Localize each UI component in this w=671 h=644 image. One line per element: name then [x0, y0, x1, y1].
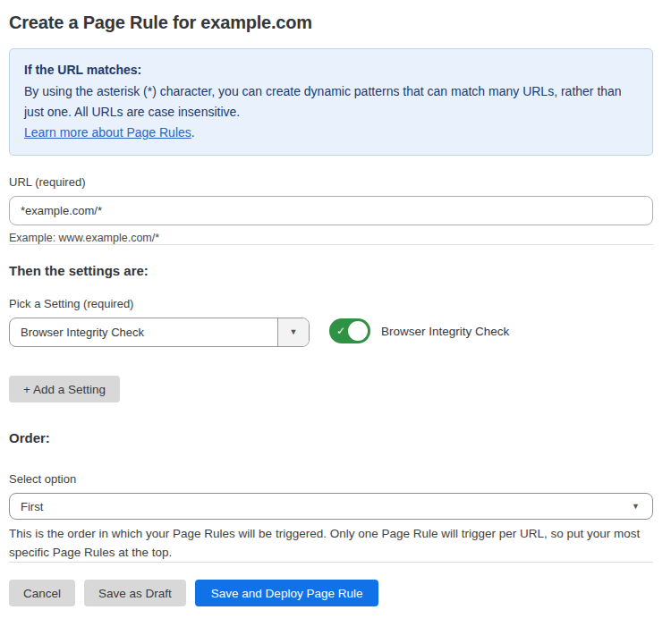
setting-dropdown-value: Browser Integrity Check: [10, 318, 277, 346]
settings-section-heading: Then the settings are:: [9, 263, 653, 278]
chevron-down-icon: ▼: [290, 328, 298, 336]
url-example-hint: Example: www.example.com/*: [9, 232, 653, 244]
toggle-label: Browser Integrity Check: [381, 325, 509, 338]
divider: [9, 562, 653, 563]
url-matches-info-box: If the URL matches: By using the asteris…: [9, 48, 653, 156]
info-box-link-line: Learn more about Page Rules.: [24, 123, 638, 143]
check-icon: ✓: [336, 326, 345, 336]
save-draft-button[interactable]: Save as Draft: [84, 580, 186, 606]
page-title: Create a Page Rule for example.com: [9, 13, 653, 33]
divider: [9, 244, 653, 245]
order-select[interactable]: First ▼: [9, 493, 653, 520]
learn-more-link[interactable]: Learn more about Page Rules: [24, 125, 191, 140]
order-section-heading: Order:: [9, 430, 653, 445]
info-box-body-text: By using the asterisk (*) character, you…: [24, 84, 622, 119]
url-input[interactable]: [9, 196, 653, 225]
info-box-body: By using the asterisk (*) character, you…: [24, 81, 638, 123]
pick-setting-label: Pick a Setting (required): [9, 297, 653, 310]
footer-actions: Cancel Save as Draft Save and Deploy Pag…: [9, 580, 653, 606]
save-deploy-button[interactable]: Save and Deploy Page Rule: [195, 580, 379, 606]
order-select-label: Select option: [9, 472, 653, 486]
info-box-heading: If the URL matches:: [24, 60, 638, 80]
link-period: .: [191, 125, 195, 140]
setting-dropdown-arrow-button[interactable]: ▼: [277, 318, 309, 346]
browser-integrity-toggle[interactable]: ✓: [329, 318, 370, 343]
settings-row: Browser Integrity Check ▼ ✓ Browser Inte…: [9, 318, 653, 347]
setting-dropdown[interactable]: Browser Integrity Check ▼: [9, 318, 310, 347]
order-select-value: First: [21, 500, 43, 513]
chevron-down-icon: ▼: [632, 503, 640, 511]
add-setting-button[interactable]: + Add a Setting: [9, 376, 120, 402]
toggle-knob: [348, 321, 368, 341]
toggle-wrap: ✓ Browser Integrity Check: [329, 318, 509, 343]
order-help-text: This is the order in which your Page Rul…: [9, 524, 653, 562]
cancel-button[interactable]: Cancel: [9, 580, 75, 606]
url-label: URL (required): [9, 175, 653, 189]
